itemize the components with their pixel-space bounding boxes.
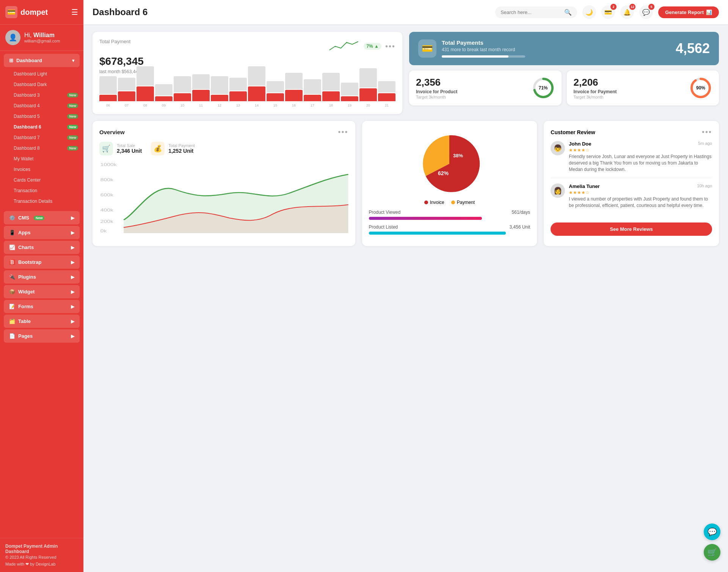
bar-group: 07 xyxy=(118,78,135,107)
sidebar-sub-item[interactable]: Dashboard 8New xyxy=(0,143,83,154)
see-more-label: See More Reviews xyxy=(610,226,653,232)
menu-item-forms[interactable]: 📝 Forms ▶ xyxy=(4,300,80,313)
menu-item-apps[interactable]: 📱 Apps ▶ xyxy=(4,226,80,239)
menu-icon-1: 📱 xyxy=(9,230,15,235)
bar-bottom xyxy=(118,91,135,101)
bar-top xyxy=(267,81,284,92)
chevron-right-icon: ▶ xyxy=(71,245,74,250)
bar-group: 13 xyxy=(229,78,247,107)
invoice-product-donut: 71% xyxy=(532,77,555,99)
overview-payment-label: Total Payment xyxy=(168,143,195,148)
sidebar-user: 👤 Hi, William william@gmail.com xyxy=(0,25,83,51)
invoice-payment-label: Invoice for Payment xyxy=(574,89,617,94)
invoice-product-value: 2,356 xyxy=(416,77,457,88)
menu-label: Widget xyxy=(18,289,35,295)
svg-text:0k: 0k xyxy=(100,229,107,233)
svg-text:600k: 600k xyxy=(100,193,113,197)
menu-item-widget[interactable]: 📦 Widget ▶ xyxy=(4,285,80,298)
sidebar-sub-item[interactable]: Dashboard 7New xyxy=(0,132,83,143)
area-chart: 1000k 800k 600k 400k 200k 0k April xyxy=(99,159,348,235)
sidebar-sub-item[interactable]: Dashboard Light xyxy=(0,69,83,79)
menu-icon-4: 🔌 xyxy=(9,274,15,280)
bar-top xyxy=(192,74,210,89)
menu-item-left: 📦 Widget xyxy=(9,289,35,295)
product-viewed-label: Product Viewed xyxy=(369,210,401,215)
customer-review-card: Customer Review ••• 👦 John Doe 5m ago ★★… xyxy=(544,121,719,246)
bar-label: 18 xyxy=(329,103,333,107)
sidebar-sub-item[interactable]: Dashboard Dark xyxy=(0,79,83,90)
payment-legend: Payment xyxy=(451,200,475,205)
sidebar-sub-item[interactable]: Cards Center xyxy=(0,175,83,185)
sidebar-sub-item[interactable]: Dashboard 4New xyxy=(0,100,83,111)
dashboard-nav-item[interactable]: ⊞ Dashboard ▾ xyxy=(4,54,80,67)
new-badge: New xyxy=(67,103,78,108)
chevron-right-icon: ▶ xyxy=(71,260,74,265)
overview-menu-icon[interactable]: ••• xyxy=(338,128,348,136)
total-sale-icon: 🛒 xyxy=(99,142,113,155)
new-badge: New xyxy=(34,216,45,220)
see-more-reviews-button[interactable]: See More Reviews xyxy=(551,223,712,236)
overview-stats: 🛒 Total Sale 2,346 Unit 💰 Total Payment … xyxy=(99,142,348,155)
greeting-label: Hi, xyxy=(24,32,32,38)
review-menu-icon[interactable]: ••• xyxy=(702,128,712,136)
message-btn[interactable]: 💬 5 xyxy=(639,5,653,19)
total-sale-label: Total Sale xyxy=(117,143,142,148)
sidebar-sub-item[interactable]: My Wallet xyxy=(0,154,83,164)
dashboard-icon: ⊞ xyxy=(9,58,13,63)
total-payment-stat: 💰 Total Payment 1,252 Unit xyxy=(151,142,195,155)
bar-label: 19 xyxy=(348,103,351,107)
mini-line-chart xyxy=(329,39,360,54)
menu-item-plugins[interactable]: 🔌 Plugins ▶ xyxy=(4,270,80,284)
generate-report-button[interactable]: Generate Report 📊 xyxy=(658,6,719,18)
reviewer-2-name: Amelia Tuner xyxy=(569,183,599,189)
sidebar-logo[interactable]: 💳 dompet xyxy=(5,6,48,18)
sidebar-sub-item[interactable]: Dashboard 5New xyxy=(0,111,83,122)
menu-item-cms[interactable]: ⚙️ CMS New ▶ xyxy=(4,211,80,224)
total-payment-card: Total Payment 7% ▲ ••• $678,345 last mon… xyxy=(93,32,402,114)
pie-product-card: 62% 38% Invoice Payment xyxy=(362,121,537,246)
sidebar-sub-item[interactable]: Transaction xyxy=(0,185,83,196)
card-menu-icon[interactable]: ••• xyxy=(385,42,395,51)
sidebar-sub-item[interactable]: Dashboard 6New xyxy=(0,122,83,132)
bar-label: 10 xyxy=(180,103,184,107)
overview-card: Overview ••• 🛒 Total Sale 2,346 Unit 💰 xyxy=(93,121,355,246)
blue-card-left: 💳 Total Payments 431 more to break last … xyxy=(418,39,525,58)
sidebar-header: 💳 dompet ☰ xyxy=(0,0,83,25)
sidebar-sub-item[interactable]: Invoices xyxy=(0,164,83,175)
bar-group: 08 xyxy=(136,66,154,107)
total-payment-stat-info: Total Payment 1,252 Unit xyxy=(168,143,195,154)
menu-item-left: 🗂️ Table xyxy=(9,318,31,324)
menu-icon-6: 📝 xyxy=(9,304,15,309)
menu-item-bootstrap[interactable]: 🅱️ Bootstrap ▶ xyxy=(4,255,80,269)
sub-item-label: Dashboard 4 xyxy=(14,103,40,108)
topbar-right: 🔍 🌙 💳 2 🔔 12 💬 5 Generate Report 📊 xyxy=(495,5,719,19)
menu-item-pages[interactable]: 📄 Pages ▶ xyxy=(4,329,80,343)
search-input[interactable] xyxy=(500,9,561,15)
invoice-payment-donut: 90% xyxy=(689,77,712,99)
hamburger-icon[interactable]: ☰ xyxy=(71,8,78,17)
invoice-product-info: 2,356 Invoice for Product Target 3k/mont… xyxy=(416,77,457,99)
menu-item-left: 📱 Apps xyxy=(9,230,31,235)
bar-group: 11 xyxy=(192,74,210,107)
sub-item-label: Dashboard 8 xyxy=(14,146,40,151)
svg-text:62%: 62% xyxy=(438,170,449,176)
wallet-btn[interactable]: 💳 2 xyxy=(601,5,615,19)
cart-float-button[interactable]: 🛒 xyxy=(704,544,720,561)
bar-top xyxy=(136,66,154,86)
theme-toggle-btn[interactable]: 🌙 xyxy=(582,5,596,19)
sub-item-label: Dashboard Light xyxy=(14,71,47,77)
float-buttons: 💬 🛒 xyxy=(704,523,720,561)
chat-float-button[interactable]: 💬 xyxy=(704,523,720,540)
menu-item-charts[interactable]: 📈 Charts ▶ xyxy=(4,241,80,254)
bar-group: 12 xyxy=(211,76,228,107)
reviewer-1-name: John Doe xyxy=(569,141,591,147)
bar-group: 19 xyxy=(341,83,358,107)
payment-dot xyxy=(451,201,455,204)
total-payment-title: Total Payment xyxy=(99,39,130,44)
notification-btn[interactable]: 🔔 12 xyxy=(620,5,634,19)
sidebar-sub-item[interactable]: Transaction Details xyxy=(0,196,83,207)
sidebar-sub-item[interactable]: Dashboard 3New xyxy=(0,90,83,100)
wallet-icon: 💳 xyxy=(604,9,612,16)
menu-item-table[interactable]: 🗂️ Table ▶ xyxy=(4,315,80,328)
search-box[interactable]: 🔍 xyxy=(495,6,577,18)
